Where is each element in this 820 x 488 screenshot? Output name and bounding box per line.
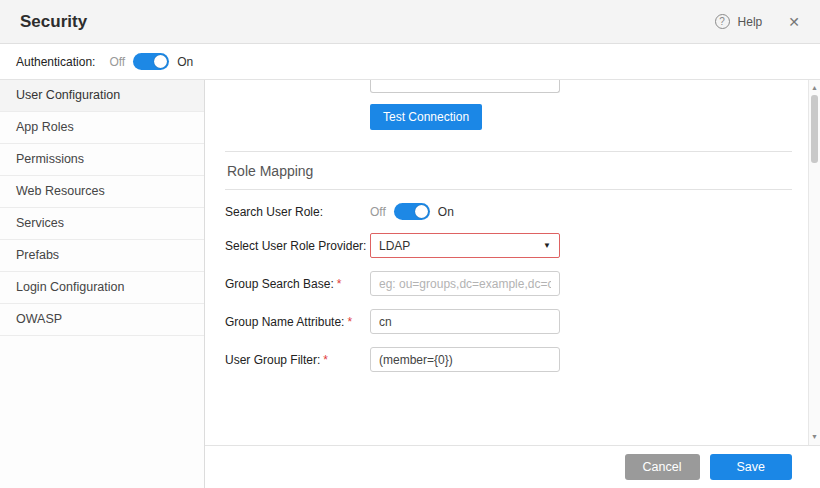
- search-user-role-on-label: On: [438, 205, 454, 219]
- user-group-filter-label: User Group Filter:*: [225, 353, 370, 367]
- authentication-label: Authentication:: [16, 55, 95, 69]
- main-content: Test Connection Role Mapping Search User…: [205, 80, 820, 488]
- sidebar-item-permissions[interactable]: Permissions: [0, 144, 204, 176]
- authentication-toggle-off-label: Off: [109, 55, 125, 69]
- sidebar-item-app-roles[interactable]: App Roles: [0, 112, 204, 144]
- sidebar-item-prefabs[interactable]: Prefabs: [0, 240, 204, 272]
- chevron-down-icon: ▼: [543, 241, 551, 250]
- authentication-row: Authentication: Off On: [0, 44, 820, 80]
- group-name-attribute-input[interactable]: [370, 309, 560, 334]
- group-search-base-row: Group Search Base:*: [225, 271, 792, 296]
- header-actions: ? Help ✕: [715, 14, 800, 30]
- group-search-base-label: Group Search Base:*: [225, 277, 370, 291]
- save-button[interactable]: Save: [710, 454, 793, 480]
- sidebar-item-services[interactable]: Services: [0, 208, 204, 240]
- authentication-toggle[interactable]: [133, 53, 169, 70]
- cancel-button[interactable]: Cancel: [625, 454, 700, 480]
- search-user-role-label: Search User Role:: [225, 205, 370, 219]
- scroll-up-icon[interactable]: ▲: [809, 82, 820, 94]
- user-group-filter-row: User Group Filter:*: [225, 347, 792, 372]
- role-mapping-panel: Role Mapping Search User Role: Off On Se…: [225, 151, 792, 372]
- required-marker: *: [323, 353, 328, 367]
- sidebar: User Configuration App Roles Permissions…: [0, 80, 205, 488]
- group-name-attribute-label: Group Name Attribute:*: [225, 315, 370, 329]
- search-user-role-off-label: Off: [370, 205, 386, 219]
- authentication-toggle-group: Off On: [109, 53, 193, 70]
- authentication-toggle-on-label: On: [177, 55, 193, 69]
- user-group-filter-input[interactable]: [370, 347, 560, 372]
- provider-label: Select User Role Provider:: [225, 239, 370, 253]
- toggle-knob: [154, 55, 167, 68]
- search-user-role-toggle[interactable]: [394, 203, 430, 220]
- scroll-down-icon[interactable]: ▼: [809, 431, 820, 443]
- help-icon[interactable]: ?: [715, 14, 730, 29]
- scroll-area: Test Connection Role Mapping Search User…: [205, 80, 808, 445]
- page-title: Security: [20, 12, 87, 32]
- role-mapping-title: Role Mapping: [225, 152, 792, 190]
- search-user-role-row: Search User Role: Off On: [225, 203, 792, 220]
- selected-provider-value: LDAP: [379, 239, 410, 253]
- label-text: Group Search Base:: [225, 277, 334, 291]
- scrollbar-thumb[interactable]: [811, 95, 818, 163]
- toggle-knob: [415, 205, 428, 218]
- required-marker: *: [347, 315, 352, 329]
- app-header: Security ? Help ✕: [0, 0, 820, 44]
- sidebar-item-web-resources[interactable]: Web Resources: [0, 176, 204, 208]
- group-name-attribute-row: Group Name Attribute:*: [225, 309, 792, 334]
- provider-row: Select User Role Provider: LDAP ▼: [225, 233, 792, 258]
- help-link[interactable]: Help: [738, 15, 763, 29]
- label-text: User Group Filter:: [225, 353, 320, 367]
- search-user-role-toggle-group: Off On: [370, 203, 454, 220]
- close-icon[interactable]: ✕: [788, 14, 800, 30]
- test-connection-button[interactable]: Test Connection: [370, 104, 482, 130]
- partially-visible-input[interactable]: [370, 80, 560, 93]
- sidebar-item-user-configuration[interactable]: User Configuration: [0, 80, 204, 112]
- required-marker: *: [337, 277, 342, 291]
- sidebar-item-login-configuration[interactable]: Login Configuration: [0, 272, 204, 304]
- label-text: Group Name Attribute:: [225, 315, 344, 329]
- footer-actions: Cancel Save: [205, 445, 820, 488]
- group-search-base-input[interactable]: [370, 271, 560, 296]
- sidebar-item-owasp[interactable]: OWASP: [0, 304, 204, 336]
- user-role-provider-select[interactable]: LDAP ▼: [370, 233, 560, 258]
- vertical-scrollbar[interactable]: ▲ ▼: [808, 80, 820, 445]
